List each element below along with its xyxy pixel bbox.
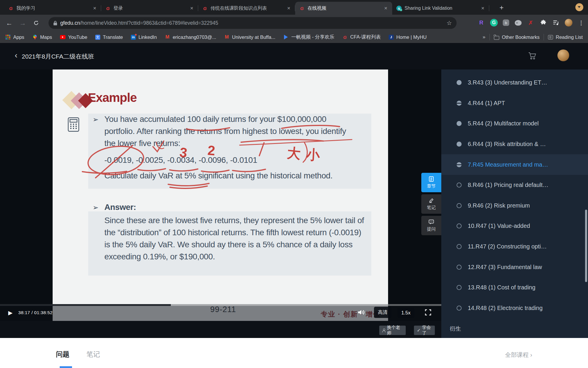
tab-close-icon[interactable]: ✕ [480, 5, 485, 11]
browser-tab[interactable]: 我的学习✕ [4, 2, 101, 15]
bookmark-item[interactable]: CFA-课程列表 [342, 34, 381, 40]
learned-label: 学会了 [422, 325, 432, 336]
page-back-button[interactable]: ‹ [15, 51, 17, 60]
myhu-icon [389, 35, 394, 40]
tab-title: Sharing Link Validation [405, 6, 477, 11]
chapter-status-icon [457, 306, 462, 311]
chapter-status-icon [457, 285, 462, 290]
extension-gray-icon[interactable]: b [503, 19, 509, 26]
gmail-icon [224, 34, 229, 40]
forward-button[interactable]: → [18, 19, 27, 27]
playback-speed-button[interactable]: 1.5x [397, 308, 414, 318]
user-avatar[interactable] [557, 49, 569, 61]
linkedin-icon [131, 35, 136, 40]
bookmark-item[interactable]: Maps [32, 34, 52, 40]
reload-button[interactable] [32, 19, 41, 27]
sharepoint-favicon [396, 6, 402, 11]
learned-button[interactable]: ✓ 学会了 [414, 326, 435, 335]
tab-close-icon[interactable]: ✕ [383, 5, 388, 11]
extension-grammarly-icon[interactable]: G [490, 19, 498, 26]
sidebar-scrollbar[interactable] [585, 210, 587, 282]
all-courses-link[interactable]: 全部课程 › [505, 351, 532, 359]
chapter-item[interactable]: 6.R44 (3) Risk attribution & … [441, 134, 588, 155]
extension-r-icon[interactable]: R [477, 19, 485, 26]
bookmark-item[interactable]: ericazhang0703@... [165, 34, 216, 40]
chapter-item[interactable]: 14.R48 (2) Electronic trading [441, 298, 588, 319]
chapter-status-icon [457, 142, 462, 147]
chapter-label: 14.R48 (2) Electronic trading [468, 305, 543, 311]
chapter-label: 10.R47 (1) Value-added [468, 223, 530, 229]
question-line: You have accumulated 100 daily returns f… [104, 115, 326, 124]
chapter-item[interactable]: 7.R45 Measurement and ma… [441, 154, 588, 175]
url-path: /home/lineVideo.html?cttid=9863&ctid=678… [80, 20, 218, 26]
play-button[interactable]: ▶ [8, 309, 13, 316]
menu-icon[interactable]: ⋮ [577, 19, 585, 26]
back-button[interactable]: ← [5, 19, 14, 27]
bookmark-item[interactable]: 一帆视频 - 分享欢乐 [283, 34, 335, 40]
bookmark-label: ericazhang0703@... [173, 34, 216, 40]
chapter-status-icon [457, 203, 462, 208]
tab-notes[interactable]: 笔记 [421, 194, 441, 214]
browser-tab[interactable]: 登录✕ [101, 2, 198, 15]
puzzle-icon[interactable] [539, 19, 547, 26]
extension-piggy-icon[interactable] [515, 20, 522, 26]
tab-chapters[interactable]: 章节 [421, 173, 441, 192]
question-line: Calculate daily VaR at 5% significant us… [104, 171, 333, 180]
fullscreen-button[interactable] [425, 309, 432, 317]
cart-icon[interactable] [528, 52, 537, 61]
volume-icon[interactable] [358, 309, 365, 317]
chapter-item[interactable]: 9.R46 (2) Risk premium [441, 195, 588, 216]
chapter-item[interactable]: 10.R47 (1) Value-added [441, 216, 588, 236]
chapter-status-icon [457, 121, 462, 126]
chapter-item[interactable]: 8.R46 (1) Pricing real default… [441, 175, 588, 195]
profile-avatar[interactable] [565, 19, 572, 26]
new-tab-button[interactable]: + [497, 4, 506, 12]
chapter-item[interactable]: 11.R47 (2) Constructing opti… [441, 236, 588, 257]
other-bookmarks-button[interactable]: Other Bookmarks [494, 34, 539, 40]
browser-tab[interactable]: 传统在线课阶段知识点列表✕ [198, 2, 295, 15]
bookmark-item[interactable]: LinkedIn [131, 34, 157, 40]
tab-strip: 我的学习✕登录✕传统在线课阶段知识点列表✕在线视频✕Sharing Link V… [0, 0, 588, 15]
bookmark-item[interactable]: Translate [95, 34, 123, 40]
tab-close-icon[interactable]: ✕ [286, 5, 291, 11]
bookmark-label: CFA-课程列表 [350, 34, 381, 40]
video-player[interactable]: Example ➢ You have accumulated 100 daily… [0, 69, 441, 321]
answer-label: Answer: [104, 203, 136, 212]
video-slide-frame: Example ➢ You have accumulated 100 daily… [53, 69, 388, 321]
tab-questions-label: 提问 [427, 226, 436, 232]
quality-button[interactable]: 高清 [374, 307, 391, 318]
tab-strip-tabs: 我的学习✕登录✕传统在线课阶段知识点列表✕在线视频✕Sharing Link V… [4, 2, 489, 15]
reading-list-button[interactable]: Reading List [548, 34, 583, 40]
browser-tab[interactable]: Sharing Link Validation✕ [392, 2, 489, 15]
chapter-item[interactable]: 3.R43 (3) Understanding ET… [441, 72, 588, 93]
video-progress-bar[interactable] [0, 304, 441, 306]
chapter-item[interactable]: 12.R47 (3) Fundamental law [441, 257, 588, 277]
chapter-item[interactable]: 5.R44 (2) Multifactor model [441, 113, 588, 134]
chapter-label: 9.R46 (2) Risk premium [468, 202, 530, 209]
maps-icon [32, 34, 38, 40]
extension-red-icon[interactable]: ✗ [527, 19, 534, 26]
browser-update-icon[interactable] [575, 3, 583, 11]
change-teacher-button[interactable]: 换个老师 [379, 326, 406, 335]
reload-icon [33, 20, 39, 26]
red-pen-annotations: 3 2 大 小 [53, 69, 388, 321]
address-bar[interactable]: gfedu.cn/home/lineVideo.html?cttid=9863&… [49, 17, 457, 29]
gfedu-icon [342, 34, 348, 40]
playlist-icon[interactable] [552, 19, 560, 26]
person-icon [382, 329, 385, 332]
bookmark-item[interactable]: YouTube [60, 34, 87, 40]
chapter-item[interactable]: 4.R44 (1) APT [441, 93, 588, 114]
bookmark-star-icon[interactable]: ☆ [447, 19, 452, 26]
tab-questions[interactable]: 提问 [421, 216, 441, 235]
slide-title: Example [88, 91, 137, 105]
bookmarks-overflow-chevron[interactable]: » [482, 34, 485, 40]
chapter-item[interactable]: 13.R48 (1) Cost of trading [441, 277, 588, 298]
tab-note[interactable]: 笔记 [86, 350, 100, 359]
tab-close-icon[interactable]: ✕ [189, 5, 194, 11]
tab-close-icon[interactable]: ✕ [92, 5, 97, 11]
bookmark-item[interactable]: University at Buffa... [224, 34, 275, 40]
bookmark-item[interactable]: Apps [5, 34, 24, 40]
browser-tab[interactable]: 在线视频✕ [295, 2, 392, 15]
bookmark-item[interactable]: Home | MyHU [389, 34, 427, 40]
tab-question[interactable]: 问题 [56, 350, 69, 359]
